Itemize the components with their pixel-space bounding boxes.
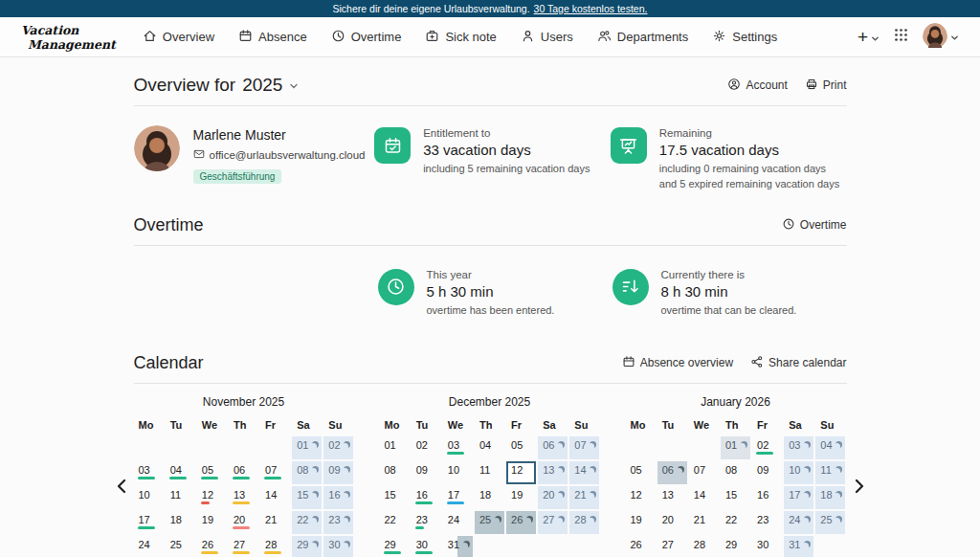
day-cell-30[interactable]: 30 — [752, 536, 782, 557]
day-cell-16[interactable]: 16 — [412, 486, 441, 509]
day-cell-11[interactable]: 11 — [815, 461, 845, 484]
day-cell-14[interactable]: 14 — [569, 461, 599, 484]
day-cell-14[interactable]: 14 — [260, 486, 290, 509]
day-cell-02[interactable]: 02 — [752, 436, 782, 459]
day-cell-20[interactable]: 20 — [657, 511, 687, 534]
day-cell-21[interactable]: 21 — [260, 511, 290, 534]
day-cell-28[interactable]: 28 — [689, 536, 719, 557]
day-cell-28[interactable]: 28 — [569, 511, 599, 534]
day-cell-26[interactable]: 26 — [506, 511, 536, 534]
day-cell-18[interactable]: 18 — [475, 486, 504, 509]
day-cell-09[interactable]: 09 — [752, 461, 782, 484]
nav-item-departments[interactable]: Departments — [597, 29, 688, 46]
person-email-link[interactable]: office@urlaubsverwaltung.cloud — [193, 148, 366, 162]
day-cell-21[interactable]: 21 — [569, 486, 599, 509]
calendar-prev-button[interactable] — [117, 479, 126, 494]
promo-trial-link[interactable]: 30 Tage kostenlos testen. — [534, 3, 648, 14]
day-cell-09[interactable]: 09 — [412, 461, 441, 484]
apps-grid-button[interactable] — [894, 28, 908, 46]
nav-item-settings[interactable]: Settings — [712, 29, 777, 46]
day-cell-03[interactable]: 03 — [134, 461, 164, 484]
day-cell-24[interactable]: 24 — [134, 536, 164, 557]
day-cell-23[interactable]: 23 — [323, 511, 353, 534]
day-cell-15[interactable]: 15 — [292, 486, 322, 509]
day-cell-15[interactable]: 15 — [380, 486, 410, 509]
calendar-next-button[interactable] — [855, 479, 864, 494]
day-cell-10[interactable]: 10 — [784, 461, 813, 484]
day-cell-13[interactable]: 13 — [538, 461, 568, 484]
day-cell-25[interactable]: 25 — [166, 536, 195, 557]
day-cell-12[interactable]: 12 — [626, 486, 656, 509]
day-cell-26[interactable]: 26 — [197, 536, 227, 557]
account-link[interactable]: Account — [727, 78, 787, 94]
day-cell-06[interactable]: 06 — [229, 461, 258, 484]
day-cell-30[interactable]: 30 — [323, 536, 353, 557]
day-cell-13[interactable]: 13 — [229, 486, 258, 509]
day-cell-20[interactable]: 20 — [538, 486, 568, 509]
day-cell-14[interactable]: 14 — [689, 486, 719, 509]
day-cell-22[interactable]: 22 — [380, 511, 410, 534]
nav-item-overtime[interactable]: Overtime — [331, 29, 402, 46]
day-cell-27[interactable]: 27 — [538, 511, 568, 534]
quick-add-button[interactable]: + — [858, 27, 880, 48]
day-cell-22[interactable]: 22 — [292, 511, 322, 534]
day-cell-30[interactable]: 30 — [412, 536, 441, 557]
day-cell-26[interactable]: 26 — [626, 536, 656, 557]
day-cell-19[interactable]: 19 — [197, 511, 227, 534]
day-cell-04[interactable]: 04 — [815, 436, 845, 459]
day-cell-03[interactable]: 03 — [443, 436, 473, 459]
day-cell-10[interactable]: 10 — [134, 486, 164, 509]
nav-item-sick-note[interactable]: Sick note — [425, 29, 496, 46]
day-cell-07[interactable]: 07 — [689, 461, 719, 484]
day-cell-23[interactable]: 23 — [412, 511, 441, 534]
day-cell-12[interactable]: 12 — [506, 461, 536, 484]
day-cell-17[interactable]: 17 — [134, 511, 164, 534]
day-cell-18[interactable]: 18 — [166, 511, 195, 534]
day-cell-24[interactable]: 24 — [443, 511, 473, 534]
day-cell-19[interactable]: 19 — [626, 511, 656, 534]
day-cell-22[interactable]: 22 — [721, 511, 750, 534]
day-cell-04[interactable]: 04 — [166, 461, 195, 484]
day-cell-16[interactable]: 16 — [323, 486, 353, 509]
day-cell-01[interactable]: 01 — [380, 436, 410, 459]
day-cell-01[interactable]: 01 — [721, 436, 750, 459]
day-cell-17[interactable]: 17 — [443, 486, 473, 509]
day-cell-07[interactable]: 07 — [569, 436, 599, 459]
day-cell-05[interactable]: 05 — [626, 461, 656, 484]
day-cell-08[interactable]: 08 — [292, 461, 322, 484]
day-cell-31[interactable]: 31 — [443, 536, 473, 557]
day-cell-05[interactable]: 05 — [506, 436, 536, 459]
day-cell-19[interactable]: 19 — [506, 486, 536, 509]
day-cell-20[interactable]: 20 — [229, 511, 258, 534]
day-cell-07[interactable]: 07 — [260, 461, 290, 484]
day-cell-02[interactable]: 02 — [412, 436, 441, 459]
day-cell-08[interactable]: 08 — [721, 461, 750, 484]
day-cell-06[interactable]: 06 — [657, 461, 687, 484]
day-cell-12[interactable]: 12 — [197, 486, 227, 509]
day-cell-09[interactable]: 09 — [323, 461, 353, 484]
share-calendar-link[interactable]: Share calendar — [750, 355, 846, 371]
day-cell-25[interactable]: 25 — [475, 511, 504, 534]
day-cell-05[interactable]: 05 — [197, 461, 227, 484]
nav-item-overview[interactable]: Overview — [143, 29, 214, 46]
day-cell-27[interactable]: 27 — [657, 536, 687, 557]
absence-overview-link[interactable]: Absence overview — [622, 355, 733, 371]
print-link[interactable]: Print — [805, 78, 847, 94]
day-cell-29[interactable]: 29 — [380, 536, 410, 557]
day-cell-02[interactable]: 02 — [323, 436, 353, 459]
nav-item-absence[interactable]: Absence — [238, 29, 307, 46]
day-cell-10[interactable]: 10 — [443, 461, 473, 484]
day-cell-13[interactable]: 13 — [657, 486, 687, 509]
day-cell-18[interactable]: 18 — [815, 486, 845, 509]
day-cell-24[interactable]: 24 — [784, 511, 813, 534]
day-cell-04[interactable]: 04 — [475, 436, 504, 459]
user-menu-button[interactable] — [923, 23, 959, 52]
day-cell-06[interactable]: 06 — [538, 436, 568, 459]
avatar[interactable] — [134, 125, 180, 171]
day-cell-01[interactable]: 01 — [292, 436, 322, 459]
day-cell-23[interactable]: 23 — [752, 511, 782, 534]
day-cell-29[interactable]: 29 — [292, 536, 322, 557]
year-selector[interactable]: 2025 — [242, 75, 282, 96]
nav-item-users[interactable]: Users — [521, 29, 573, 46]
day-cell-16[interactable]: 16 — [752, 486, 782, 509]
